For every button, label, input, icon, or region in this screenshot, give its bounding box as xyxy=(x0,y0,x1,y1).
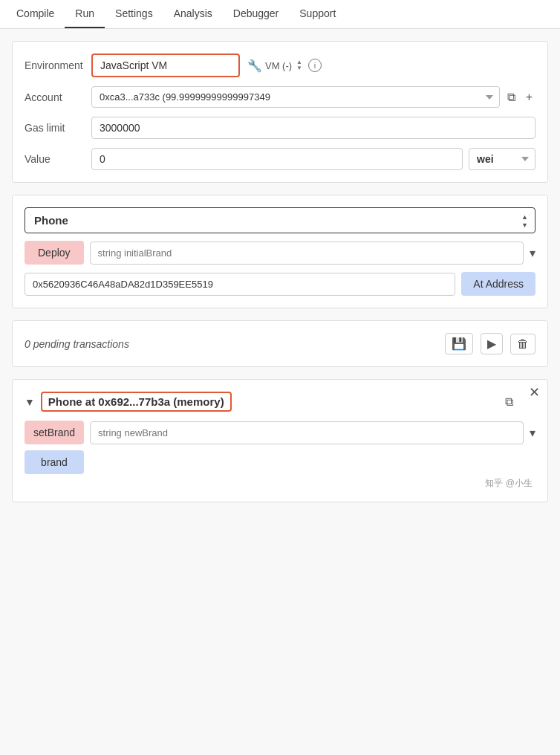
close-deployed-button[interactable]: ✕ xyxy=(529,386,540,399)
contract-select[interactable]: Phone xyxy=(25,207,535,233)
gas-limit-row: Gas limit xyxy=(25,117,535,139)
gas-limit-input[interactable] xyxy=(91,117,535,139)
deploy-chevron-icon[interactable]: ▾ xyxy=(530,246,535,260)
top-navigation: Compile Run Settings Analysis Debugger S… xyxy=(0,0,560,29)
set-brand-input[interactable] xyxy=(90,421,524,444)
value-input-wrapper: wei xyxy=(91,148,535,170)
environment-label: Environment xyxy=(25,59,91,71)
at-address-row: At Address xyxy=(25,272,535,296)
contract-select-wrapper: Phone ▲▼ xyxy=(25,207,535,233)
environment-row: Environment 🔧 VM (-) ▲▼ i xyxy=(25,54,535,77)
transactions-panel: 0 pending transactions 💾 ▶ 🗑 xyxy=(12,320,548,367)
deploy-input[interactable] xyxy=(90,242,524,265)
account-copy-button[interactable]: ⧉ xyxy=(504,89,518,106)
set-brand-row: setBrand ▾ xyxy=(25,421,535,444)
main-content: Environment 🔧 VM (-) ▲▼ i Account 0xca3.… xyxy=(0,29,560,526)
deployed-contract-panel: ✕ ▼ Phone at 0x692...77b3a (memory) ⧉ se… xyxy=(12,379,548,502)
play-transactions-button[interactable]: ▶ xyxy=(481,333,503,354)
vm-label: VM (-) xyxy=(265,60,292,71)
gas-limit-label: Gas limit xyxy=(25,122,91,134)
environment-input[interactable] xyxy=(91,54,240,77)
account-row: Account 0xca3...a733c (99.99999999999997… xyxy=(25,86,535,108)
environment-input-wrapper: 🔧 VM (-) ▲▼ i xyxy=(91,54,535,77)
info-icon[interactable]: i xyxy=(308,59,322,72)
account-add-button[interactable]: + xyxy=(523,89,535,106)
save-transactions-button[interactable]: 💾 xyxy=(445,333,473,354)
set-brand-chevron-icon[interactable]: ▾ xyxy=(530,426,535,440)
nav-run[interactable]: Run xyxy=(65,0,105,28)
account-label: Account xyxy=(25,91,91,103)
nav-settings[interactable]: Settings xyxy=(105,0,163,28)
brand-row: brand xyxy=(25,450,535,474)
environment-controls: 🔧 VM (-) ▲▼ i xyxy=(247,59,322,73)
deploy-button[interactable]: Deploy xyxy=(25,241,84,265)
contract-copy-button[interactable]: ⧉ xyxy=(505,395,513,409)
account-select[interactable]: 0xca3...a733c (99.99999999999997349 xyxy=(91,86,500,108)
at-address-button[interactable]: At Address xyxy=(461,272,535,296)
address-input[interactable] xyxy=(25,273,455,296)
transaction-actions: 💾 ▶ 🗑 xyxy=(445,333,535,354)
nav-analysis[interactable]: Analysis xyxy=(163,0,223,28)
unit-select[interactable]: wei xyxy=(469,148,535,170)
delete-transactions-button[interactable]: 🗑 xyxy=(510,334,535,354)
set-brand-button[interactable]: setBrand xyxy=(25,421,84,444)
contract-header: ▼ Phone at 0x692...77b3a (memory) ⧉ xyxy=(25,392,535,412)
contract-panel: Phone ▲▼ Deploy ▾ At Address xyxy=(12,195,548,308)
nav-support[interactable]: Support xyxy=(289,0,346,28)
vm-stepper[interactable]: ▲▼ xyxy=(296,59,302,71)
nav-compile[interactable]: Compile xyxy=(6,0,65,28)
contract-instance-title: Phone at 0x692...77b3a (memory) xyxy=(41,392,232,412)
watermark: 知乎 @小生 xyxy=(25,477,535,490)
wrench-icon: 🔧 xyxy=(247,59,262,73)
account-input-wrapper: 0xca3...a733c (99.99999999999997349 ⧉ + xyxy=(91,86,535,108)
config-panel: Environment 🔧 VM (-) ▲▼ i Account 0xca3.… xyxy=(12,41,548,183)
value-label: Value xyxy=(25,153,91,165)
brand-button[interactable]: brand xyxy=(25,450,84,474)
pending-transactions-text: 0 pending transactions xyxy=(25,338,129,350)
nav-debugger[interactable]: Debugger xyxy=(223,0,290,28)
value-input[interactable] xyxy=(91,148,463,170)
value-row: Value wei xyxy=(25,148,535,170)
deploy-row: Deploy ▾ xyxy=(25,241,535,265)
contract-toggle-button[interactable]: ▼ xyxy=(25,396,35,408)
